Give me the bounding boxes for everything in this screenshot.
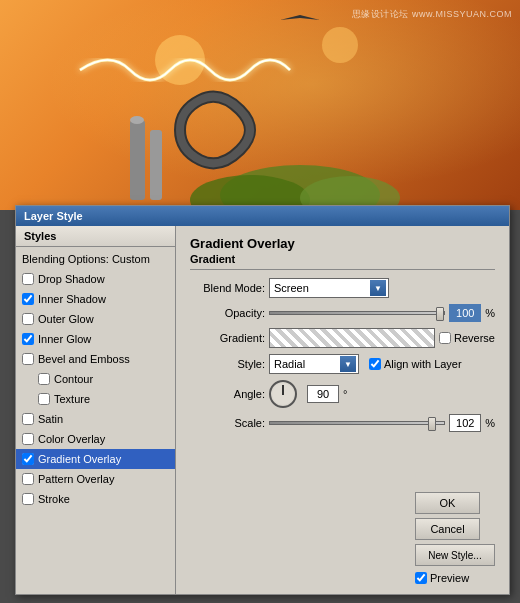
style-item-outer-glow[interactable]: Outer Glow xyxy=(16,309,175,329)
opacity-slider-track[interactable] xyxy=(269,311,445,315)
dialog-body: Styles Blending Options: Custom Drop Sha… xyxy=(16,226,509,594)
svg-rect-6 xyxy=(150,130,162,200)
decorative-svg xyxy=(0,0,520,210)
style-arrow: ▼ xyxy=(340,356,356,372)
bevel-emboss-label: Bevel and Emboss xyxy=(38,353,130,365)
contour-label: Contour xyxy=(54,373,93,385)
pattern-overlay-checkbox[interactable] xyxy=(22,473,34,485)
texture-label: Texture xyxy=(54,393,90,405)
reverse-text: Reverse xyxy=(454,332,495,344)
dialog-title-text: Layer Style xyxy=(24,210,83,222)
satin-checkbox[interactable] xyxy=(22,413,34,425)
style-item-drop-shadow[interactable]: Drop Shadow xyxy=(16,269,175,289)
style-dropdown[interactable]: Radial ▼ xyxy=(269,354,359,374)
align-layer-label[interactable]: Align with Layer xyxy=(369,358,462,370)
styles-list: Blending Options: Custom Drop Shadow Inn… xyxy=(16,247,175,594)
style-item-satin[interactable]: Satin xyxy=(16,409,175,429)
drop-shadow-checkbox[interactable] xyxy=(22,273,34,285)
style-item-bevel-emboss[interactable]: Bevel and Emboss xyxy=(16,349,175,369)
color-overlay-checkbox[interactable] xyxy=(22,433,34,445)
stroke-checkbox[interactable] xyxy=(22,493,34,505)
style-item-blending[interactable]: Blending Options: Custom xyxy=(16,249,175,269)
angle-unit: ° xyxy=(343,388,347,400)
pattern-overlay-label: Pattern Overlay xyxy=(38,473,114,485)
style-item-gradient-overlay[interactable]: Gradient Overlay xyxy=(16,449,175,469)
blend-mode-value: Screen xyxy=(274,282,309,294)
inner-glow-checkbox[interactable] xyxy=(22,333,34,345)
blend-mode-arrow: ▼ xyxy=(370,280,386,296)
gradient-preview[interactable] xyxy=(269,328,435,348)
opacity-slider-container: 100 % xyxy=(269,304,495,322)
cancel-button[interactable]: Cancel xyxy=(415,518,480,540)
svg-rect-5 xyxy=(130,120,145,200)
scale-label: Scale: xyxy=(190,417,265,429)
texture-checkbox[interactable] xyxy=(38,393,50,405)
style-label: Style: xyxy=(190,358,265,370)
inner-glow-label: Inner Glow xyxy=(38,333,91,345)
canvas-preview: 思缘设计论坛 www.MISSYUAN.COM xyxy=(0,0,520,210)
scale-unit: % xyxy=(485,417,495,429)
angle-value[interactable]: 90 xyxy=(307,385,339,403)
opacity-row: Opacity: 100 % xyxy=(190,304,495,322)
align-layer-text: Align with Layer xyxy=(384,358,462,370)
gradient-row: Gradient: Reverse xyxy=(190,328,495,348)
angle-row: Angle: 90 ° xyxy=(190,380,495,408)
reverse-label[interactable]: Reverse xyxy=(439,332,495,344)
blend-mode-dropdown[interactable]: Screen ▼ xyxy=(269,278,389,298)
stroke-label: Stroke xyxy=(38,493,70,505)
style-item-inner-shadow[interactable]: Inner Shadow xyxy=(16,289,175,309)
dialog-title: Layer Style xyxy=(16,206,509,226)
gradient-overlay-label: Gradient Overlay xyxy=(38,453,121,465)
style-item-inner-glow[interactable]: Inner Glow xyxy=(16,329,175,349)
contour-checkbox[interactable] xyxy=(38,373,50,385)
opacity-value[interactable]: 100 xyxy=(449,304,481,322)
angle-label: Angle: xyxy=(190,388,265,400)
blending-label: Blending Options: Custom xyxy=(22,253,150,265)
settings-panel: Gradient Overlay Gradient Blend Mode: Sc… xyxy=(176,226,509,594)
preview-text: Preview xyxy=(430,572,469,584)
scale-row: Scale: 102 % xyxy=(190,414,495,432)
buttons-container: OK Cancel New Style... Preview xyxy=(415,492,495,584)
blend-mode-label: Blend Mode: xyxy=(190,282,265,294)
opacity-unit: % xyxy=(485,307,495,319)
opacity-label: Opacity: xyxy=(190,307,265,319)
scale-slider-thumb[interactable] xyxy=(428,417,436,431)
svg-point-7 xyxy=(130,116,144,124)
styles-panel: Styles Blending Options: Custom Drop Sha… xyxy=(16,226,176,594)
new-style-button[interactable]: New Style... xyxy=(415,544,495,566)
angle-dial[interactable] xyxy=(269,380,297,408)
color-overlay-label: Color Overlay xyxy=(38,433,105,445)
satin-label: Satin xyxy=(38,413,63,425)
gradient-overlay-checkbox[interactable] xyxy=(22,453,34,465)
opacity-slider-thumb[interactable] xyxy=(436,307,444,321)
align-layer-checkbox[interactable] xyxy=(369,358,381,370)
blend-mode-row: Blend Mode: Screen ▼ xyxy=(190,278,495,298)
outer-glow-label: Outer Glow xyxy=(38,313,94,325)
drop-shadow-label: Drop Shadow xyxy=(38,273,105,285)
scale-slider-track[interactable] xyxy=(269,421,445,425)
style-item-contour[interactable]: Contour xyxy=(16,369,175,389)
layer-style-dialog: Layer Style Styles Blending Options: Cus… xyxy=(15,205,510,595)
style-item-stroke[interactable]: Stroke xyxy=(16,489,175,509)
svg-point-1 xyxy=(322,27,358,63)
inner-shadow-label: Inner Shadow xyxy=(38,293,106,305)
style-item-pattern-overlay[interactable]: Pattern Overlay xyxy=(16,469,175,489)
outer-glow-checkbox[interactable] xyxy=(22,313,34,325)
gradient-sub-title: Gradient xyxy=(190,253,495,270)
ok-button[interactable]: OK xyxy=(415,492,480,514)
reverse-checkbox[interactable] xyxy=(439,332,451,344)
preview-checkbox[interactable] xyxy=(415,572,427,584)
style-row: Style: Radial ▼ Align with Layer xyxy=(190,354,495,374)
style-item-color-overlay[interactable]: Color Overlay xyxy=(16,429,175,449)
style-item-texture[interactable]: Texture xyxy=(16,389,175,409)
style-value: Radial xyxy=(274,358,305,370)
gradient-overlay-title: Gradient Overlay xyxy=(190,236,495,251)
styles-header: Styles xyxy=(16,226,175,247)
inner-shadow-checkbox[interactable] xyxy=(22,293,34,305)
preview-label[interactable]: Preview xyxy=(415,572,495,584)
scale-slider-container: 102 % xyxy=(269,414,495,432)
gradient-label: Gradient: xyxy=(190,332,265,344)
bevel-emboss-checkbox[interactable] xyxy=(22,353,34,365)
scale-value[interactable]: 102 xyxy=(449,414,481,432)
watermark-text: 思缘设计论坛 www.MISSYUAN.COM xyxy=(352,8,512,21)
